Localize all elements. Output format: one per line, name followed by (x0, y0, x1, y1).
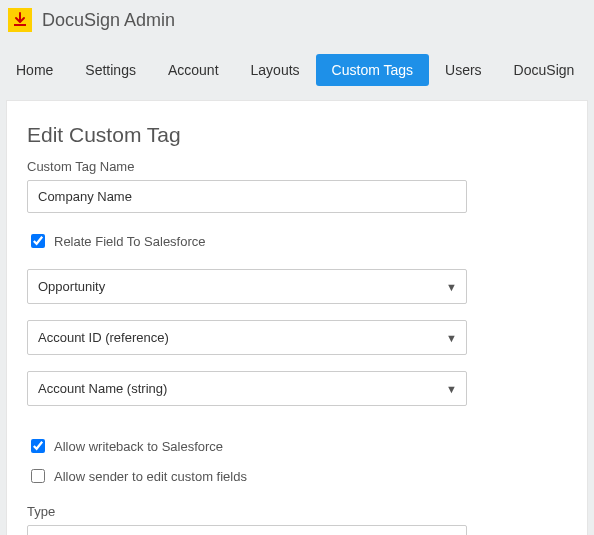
field1-select[interactable]: Account ID (reference) (27, 320, 467, 355)
nav-custom-tags[interactable]: Custom Tags (316, 54, 429, 86)
custom-tag-name-input[interactable] (27, 180, 467, 213)
page-title: Edit Custom Tag (27, 123, 567, 147)
field2-select[interactable]: Account Name (string) (27, 371, 467, 406)
type-select[interactable]: Text Field (27, 525, 467, 535)
relate-label[interactable]: Relate Field To Salesforce (54, 234, 206, 249)
main-nav: Home Settings Account Layouts Custom Tag… (0, 36, 594, 100)
nav-home[interactable]: Home (4, 54, 69, 86)
nav-docusign[interactable]: DocuSign (498, 54, 591, 86)
type-label: Type (27, 504, 567, 519)
app-logo (8, 8, 32, 32)
edit-checkbox[interactable] (31, 469, 45, 483)
writeback-checkbox[interactable] (31, 439, 45, 453)
edit-panel: Edit Custom Tag Custom Tag Name Relate F… (6, 100, 588, 535)
download-icon (12, 12, 28, 28)
name-label: Custom Tag Name (27, 159, 567, 174)
nav-users[interactable]: Users (429, 54, 498, 86)
nav-settings[interactable]: Settings (69, 54, 152, 86)
relate-checkbox[interactable] (31, 234, 45, 248)
nav-layouts[interactable]: Layouts (235, 54, 316, 86)
writeback-label[interactable]: Allow writeback to Salesforce (54, 439, 223, 454)
edit-label[interactable]: Allow sender to edit custom fields (54, 469, 247, 484)
object-select[interactable]: Opportunity (27, 269, 467, 304)
app-header: DocuSign Admin (0, 0, 594, 36)
app-title: DocuSign Admin (42, 10, 175, 31)
svg-rect-0 (14, 24, 26, 26)
nav-account[interactable]: Account (152, 54, 235, 86)
